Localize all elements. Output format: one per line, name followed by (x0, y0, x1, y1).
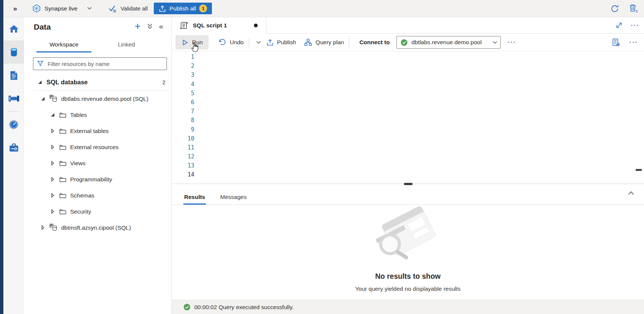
line-number: 11 (172, 143, 194, 152)
query-plan-button[interactable]: Query plan (304, 39, 344, 46)
tree-item-dbtmsft-azsyn-cipool-sql[interactable]: dbtmsft.azsyn.cipool (SQL) (24, 220, 171, 236)
publish-count-badge: 1 (199, 4, 207, 12)
tree-item-count: 2 (162, 79, 165, 85)
editor-scrollbar-thumb[interactable] (636, 169, 642, 171)
code-line-5: 5 (172, 89, 644, 98)
run-button[interactable]: Run (176, 35, 209, 49)
tree-item-views[interactable]: Views (24, 155, 171, 171)
publish-all-label: Publish all (170, 5, 196, 12)
nav-item-manage[interactable] (3, 136, 24, 159)
tree-item-dbtlabs-revenue-demo-pool-sql[interactable]: dbtlabs.revenue.demo.pool (SQL) (24, 91, 171, 107)
expand-node-icon[interactable] (50, 209, 55, 214)
actions-chevron-icon[interactable] (147, 23, 153, 29)
expand-node-icon[interactable] (41, 225, 45, 230)
success-check-icon (183, 304, 191, 311)
publish-button[interactable]: Publish (266, 39, 296, 46)
sql-pool-icon (50, 224, 57, 232)
tree-item-programmability[interactable]: Programmability (24, 171, 171, 187)
manage-icon (9, 143, 19, 153)
folder-icon (59, 193, 66, 199)
tab-messages[interactable]: Messages (219, 189, 248, 205)
refresh-icon (610, 4, 619, 13)
sql-script-icon (179, 21, 188, 30)
tree-item-label: External tables (70, 128, 109, 135)
nav-item-monitor[interactable] (3, 113, 24, 136)
code-line-11: 11 (172, 143, 644, 152)
nav-item-integrate[interactable] (3, 87, 24, 110)
validate-icon (108, 4, 117, 13)
publish-all-button[interactable]: Publish all 1 (154, 3, 212, 14)
nav-item-data[interactable] (3, 40, 24, 64)
expand-node-icon[interactable] (50, 177, 55, 182)
refresh-button[interactable] (609, 3, 620, 14)
collapse-node-icon[interactable] (50, 113, 55, 117)
tree-item-schemas[interactable]: Schemas (24, 187, 171, 203)
expand-node-icon[interactable] (50, 161, 55, 166)
expand-node-icon[interactable] (50, 129, 55, 133)
script-settings-icon[interactable] (612, 38, 620, 47)
splitter-handle[interactable] (404, 183, 413, 185)
collapse-panel-icon[interactable]: « (159, 22, 163, 30)
line-number: 1 (172, 52, 194, 61)
undo-label: Undo (230, 39, 243, 46)
tab-workspace[interactable]: Workspace (36, 39, 92, 52)
folder-icon (59, 176, 66, 182)
pool-select[interactable]: dbtlabs.revenue.demo.pool (396, 36, 501, 49)
collapse-results-icon[interactable] (628, 191, 634, 195)
query-plan-label: Query plan (315, 39, 344, 46)
tree-item-tables[interactable]: Tables (24, 107, 171, 123)
line-number: 7 (172, 107, 194, 116)
expand-node-icon[interactable] (50, 145, 55, 150)
tab-more-icon[interactable]: ··· (631, 24, 639, 27)
tab-linked[interactable]: Linked (92, 39, 161, 52)
mode-selector[interactable]: Synapse live (32, 4, 92, 13)
toolbar-more-icon[interactable]: ··· (507, 40, 516, 44)
line-number: 4 (172, 80, 194, 89)
chevron-down-icon (256, 41, 261, 44)
expand-node-icon[interactable] (50, 193, 55, 198)
filter-input[interactable] (47, 60, 163, 67)
nav-item-home[interactable] (3, 17, 24, 40)
folder-icon (59, 112, 66, 118)
tab-sql-script-1[interactable]: SQL script 1 (172, 17, 266, 34)
play-icon (182, 39, 189, 46)
folder-icon (59, 160, 66, 166)
expand-editor-icon[interactable] (615, 22, 623, 29)
folder-icon (59, 128, 66, 134)
connect-to-label: Connect to (359, 39, 390, 46)
undo-button[interactable]: Undo (218, 39, 243, 46)
code-line-12: 12 (172, 152, 644, 161)
sql-code-editor[interactable]: 1234567891011121314 (172, 51, 644, 184)
discard-changes-button[interactable] (628, 3, 639, 14)
validate-all-button[interactable]: Validate all (108, 4, 147, 13)
tree-item-sql-database[interactable]: SQL database2 (24, 74, 171, 90)
tree-item-external-tables[interactable]: External tables (24, 123, 171, 139)
toolbar-overflow-icon[interactable]: ··· (629, 40, 638, 44)
tree-item-label: Tables (70, 112, 87, 118)
code-line-4: 4 (172, 80, 644, 89)
tab-results[interactable]: Results (183, 189, 206, 205)
line-number: 3 (172, 70, 194, 79)
develop-icon (9, 70, 18, 81)
collapse-node-icon[interactable] (41, 97, 45, 101)
collapse-node-icon[interactable] (38, 80, 42, 84)
pool-name: dbtlabs.revenue.demo.pool (411, 39, 492, 46)
code-line-3: 3 (172, 70, 644, 79)
add-resource-icon[interactable]: + (135, 22, 141, 30)
tree-item-label: SQL database (47, 79, 88, 86)
home-icon (9, 24, 19, 34)
tree-item-label: dbtlabs.revenue.demo.pool (SQL) (61, 96, 149, 102)
tree-item-external-resources[interactable]: External resources (24, 139, 171, 155)
expand-nav-icon[interactable]: » (13, 5, 17, 12)
code-line-7: 7 (172, 107, 644, 116)
nav-item-develop[interactable] (3, 64, 24, 87)
chevron-down-icon (87, 7, 92, 10)
synapse-live-icon (32, 4, 41, 13)
undo-dropdown-button[interactable] (254, 39, 263, 46)
tree-item-security[interactable]: Security (24, 203, 171, 220)
line-number: 6 (172, 98, 194, 107)
line-number: 9 (172, 125, 194, 134)
status-message: 00:00:02 Query executed successfully. (194, 304, 294, 311)
tree-item-label: Security (70, 208, 91, 215)
line-number: 13 (172, 161, 194, 170)
